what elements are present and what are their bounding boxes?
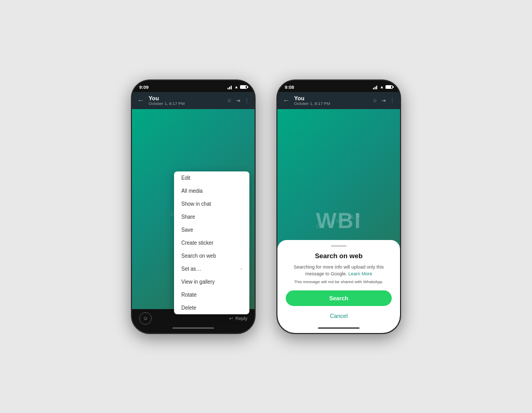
reply-label: Reply [235, 316, 247, 321]
app-bar-2: ← You October 1, 8:17 PM ☆ ⇥ ⋮ [277, 92, 400, 109]
menu-item-set-as[interactable]: Set as… › [174, 262, 249, 275]
submenu-chevron: › [241, 267, 242, 271]
menu-item-create-sticker[interactable]: Create sticker [174, 236, 249, 249]
reply-icon: ↩ [229, 316, 233, 321]
wifi-icon: ▲ [234, 85, 238, 89]
sheet-title: Search on web [286, 252, 392, 260]
star-icon-2[interactable]: ☆ [373, 98, 377, 103]
phone-2: 9:08 ▲ ← You October 1, 8:17 PM ☆ ⇥ ⋮ [276, 79, 401, 334]
more-icon-2[interactable]: ⋮ [390, 98, 395, 103]
status-bar-1: 9:09 ▲ [132, 81, 255, 92]
signal-icon [228, 85, 233, 89]
status-bar-2: 9:08 ▲ [277, 81, 400, 92]
back-button-1[interactable]: ← [137, 96, 144, 104]
app-bar-1: ← You October 1, 8:17 PM ☆ ⇥ ⋮ [132, 92, 255, 109]
bottom-sheet: Search on web Searching for more info wi… [277, 240, 400, 332]
app-bar-icons-1: ☆ ⇥ ⋮ [227, 98, 249, 103]
wifi-icon-2: ▲ [380, 85, 384, 89]
status-icons-2: ▲ [373, 85, 393, 89]
image-area-1: W CLASSIFIED Edit All media Show in chat… [132, 109, 255, 309]
cancel-button[interactable]: Cancel [286, 309, 392, 323]
battery-icon [240, 85, 247, 89]
status-icons-1: ▲ [228, 85, 247, 89]
phone-1: 9:09 ▲ ← You October 1, 8:17 PM ☆ ⇥ ⋮ [131, 79, 256, 334]
context-menu: Edit All media Show in chat Share Save C… [174, 171, 249, 314]
sheet-handle [331, 245, 347, 247]
menu-item-save[interactable]: Save [174, 223, 249, 236]
forward-icon-2[interactable]: ⇥ [381, 98, 385, 103]
app-bar-icons-2: ☆ ⇥ ⋮ [373, 98, 395, 103]
app-bar-info-1: You October 1, 8:17 PM [149, 95, 223, 106]
menu-item-search-on-web[interactable]: Search on web [174, 249, 249, 262]
menu-item-delete[interactable]: Delete [174, 301, 249, 314]
sheet-note: This message will not be shared with Wha… [286, 279, 392, 284]
menu-item-show-in-chat[interactable]: Show in chat [174, 197, 249, 210]
menu-item-edit[interactable]: Edit [174, 171, 249, 184]
wbi-logo: WBI [316, 208, 362, 233]
reply-button[interactable]: ↩ Reply [229, 316, 247, 321]
back-button-2[interactable]: ← [283, 96, 290, 104]
contact-name-1: You [149, 95, 223, 101]
learn-more-link[interactable]: Learn More [349, 271, 373, 276]
sheet-description: Searching for more info will upload only… [286, 264, 392, 277]
emoji-button[interactable]: ☺ [139, 312, 152, 325]
menu-item-view-in-gallery[interactable]: View in gallery [174, 275, 249, 288]
star-icon[interactable]: ☆ [227, 98, 232, 103]
battery-icon-2 [385, 85, 393, 89]
menu-item-all-media[interactable]: All media [174, 184, 249, 197]
forward-icon[interactable]: ⇥ [236, 98, 240, 103]
menu-item-share[interactable]: Share [174, 210, 249, 223]
status-time-2: 9:08 [285, 85, 294, 90]
more-icon[interactable]: ⋮ [244, 98, 249, 103]
status-time-1: 9:09 [139, 85, 149, 90]
search-button[interactable]: Search [286, 290, 392, 306]
contact-date-1: October 1, 8:17 PM [149, 101, 223, 106]
contact-name-2: You [294, 95, 368, 101]
image-area-2: WBI CLASSIFIED Search on web Searching f… [277, 109, 400, 333]
contact-date-2: October 1, 8:17 PM [294, 101, 368, 106]
menu-item-rotate[interactable]: Rotate [174, 288, 249, 301]
signal-icon-2 [373, 85, 378, 89]
app-bar-info-2: You October 1, 8:17 PM [294, 95, 368, 106]
